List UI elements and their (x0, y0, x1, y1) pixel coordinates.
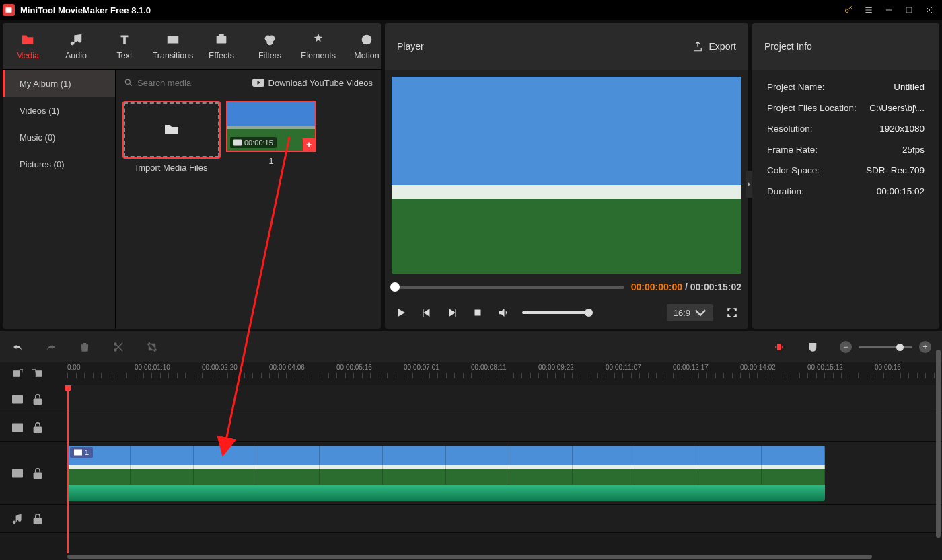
seek-slider[interactable] (392, 286, 624, 289)
folder-icon (20, 32, 35, 47)
lock-icon[interactable] (32, 422, 43, 433)
svg-rect-3 (217, 36, 227, 43)
transitions-icon (166, 32, 180, 47)
svg-rect-0 (6, 7, 12, 13)
search-icon (124, 78, 133, 87)
sidebar-item-videos[interactable]: Videos (1) (3, 97, 115, 124)
svg-rect-4 (219, 34, 223, 36)
aspect-ratio-select[interactable]: 16:9 (667, 304, 713, 321)
tab-transitions[interactable]: Transitions (156, 32, 190, 61)
vertical-scrollbar[interactable] (936, 350, 941, 538)
maximize-button[interactable] (899, 1, 919, 19)
fullscreen-button[interactable] (725, 306, 739, 319)
lock-icon[interactable] (32, 468, 43, 479)
sidebar-item-album[interactable]: My Album (1) (3, 70, 115, 97)
undo-button[interactable] (11, 340, 24, 354)
import-media-button[interactable] (124, 102, 219, 157)
project-info-panel: Project Info Project Name:Untitled Proje… (752, 23, 939, 329)
timeline-scrollbar[interactable] (0, 553, 942, 560)
tab-text[interactable]: Text (108, 32, 141, 61)
next-frame-button[interactable] (445, 306, 459, 319)
tab-filters[interactable]: Filters (253, 32, 287, 61)
media-panel: Media Audio Text Transitions Effects Fil… (3, 23, 381, 329)
motion-icon (359, 32, 374, 47)
svg-rect-2 (906, 7, 912, 13)
project-info-title: Project Info (764, 41, 812, 52)
svg-rect-21 (12, 423, 23, 432)
tab-motion[interactable]: Motion (350, 32, 384, 61)
timeline-ruler[interactable]: 0:0000:00:01:1000:00:02:2000:00:04:0600:… (67, 362, 942, 385)
crop-button[interactable] (145, 340, 159, 354)
tab-media[interactable]: Media (11, 32, 44, 61)
menu-button[interactable] (859, 1, 879, 19)
download-youtube-button[interactable]: Download YouTube Videos (252, 78, 373, 88)
svg-rect-25 (74, 450, 82, 456)
fit-timeline-button[interactable] (772, 340, 786, 354)
titlebar: MiniTool MovieMaker Free 8.1.0 (0, 0, 942, 20)
svg-rect-13 (475, 310, 481, 316)
video-track-icon (12, 422, 23, 433)
close-button[interactable] (919, 1, 939, 19)
playhead[interactable] (67, 385, 69, 553)
play-button[interactable] (394, 306, 408, 319)
volume-slider[interactable] (522, 311, 589, 314)
timeline-clip[interactable]: 1 (67, 446, 825, 501)
svg-rect-16 (777, 344, 781, 350)
tab-audio[interactable]: Audio (59, 32, 93, 61)
svg-rect-20 (34, 398, 42, 405)
svg-rect-12 (233, 140, 242, 146)
svg-rect-24 (34, 472, 42, 479)
import-label: Import Media Files (136, 163, 208, 173)
audio-track-icon (12, 514, 23, 524)
video-track-icon (12, 468, 23, 479)
export-button[interactable]: Export (692, 40, 736, 52)
svg-rect-22 (34, 426, 42, 433)
split-button[interactable] (112, 340, 125, 354)
filters-icon (262, 32, 277, 47)
media-clip-1[interactable]: 00:00:15 + (227, 102, 315, 151)
timeline-panel: − + 0:0000:00:01:1000:00:02:2000:00:04:0… (0, 331, 942, 560)
add-clip-button[interactable]: + (303, 138, 315, 151)
preview-area[interactable] (392, 77, 741, 274)
delete-button[interactable] (78, 340, 92, 354)
zoom-slider[interactable] (859, 346, 912, 348)
export-icon (692, 40, 704, 52)
search-input-wrap (124, 78, 231, 88)
effects-icon (214, 32, 229, 47)
svg-rect-26 (34, 518, 42, 524)
zoom-out-button[interactable]: − (840, 341, 852, 353)
clip-label: 1 (268, 156, 273, 166)
search-input[interactable] (137, 78, 231, 88)
elements-icon (311, 32, 326, 47)
collapse-panel-button[interactable] (746, 171, 752, 198)
stop-button[interactable] (471, 306, 484, 319)
svg-rect-18 (36, 370, 42, 377)
tab-elements[interactable]: Elements (301, 32, 335, 61)
prev-frame-button[interactable] (420, 306, 433, 319)
clip-index-badge: 1 (70, 447, 93, 458)
time-display: 00:00:00:00 / 00:00:15:02 (631, 282, 741, 292)
zoom-in-button[interactable]: + (919, 341, 931, 353)
folder-plus-icon (164, 123, 180, 136)
svg-point-7 (266, 39, 273, 45)
music-icon (69, 32, 83, 47)
redo-button[interactable] (44, 340, 58, 354)
tab-effects[interactable]: Effects (205, 32, 238, 61)
remove-track-icon[interactable] (32, 368, 43, 379)
lock-icon[interactable] (32, 394, 43, 405)
minimize-button[interactable] (879, 1, 899, 19)
sidebar-item-music[interactable]: Music (0) (3, 124, 115, 151)
video-track-icon (12, 394, 23, 405)
player-panel: Player Export 00:00:00:00 / 00:00:15:02 (385, 23, 748, 329)
lock-icon[interactable] (32, 514, 43, 524)
svg-rect-23 (12, 469, 23, 477)
volume-icon[interactable] (497, 306, 510, 319)
text-icon (117, 32, 132, 47)
youtube-icon (252, 79, 264, 87)
key-icon[interactable] (838, 1, 859, 19)
sidebar-item-pictures[interactable]: Pictures (0) (3, 151, 115, 177)
svg-rect-17 (13, 370, 20, 377)
magnet-button[interactable] (806, 340, 820, 354)
add-track-icon[interactable] (12, 368, 23, 379)
svg-point-10 (125, 79, 130, 84)
